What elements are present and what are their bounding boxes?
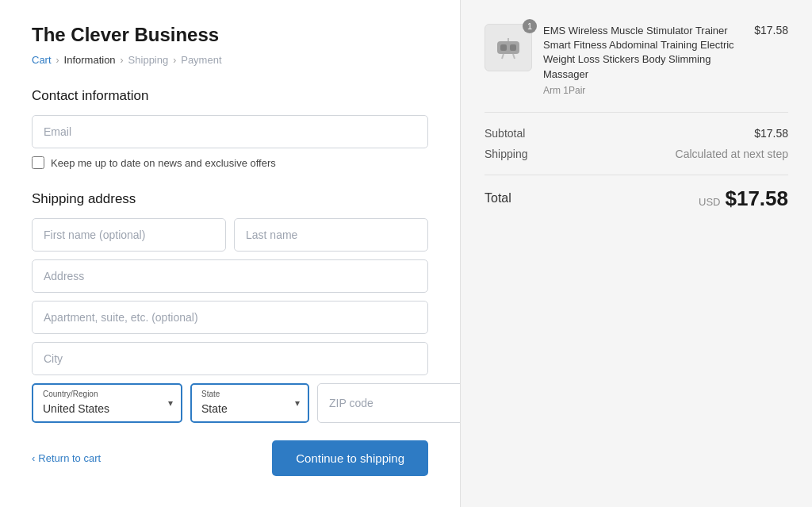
total-row: Total USD $17.58 <box>485 175 788 211</box>
store-title: The Clever Business <box>32 24 428 46</box>
newsletter-checkbox[interactable] <box>32 156 44 169</box>
subtotal-label: Subtotal <box>485 127 525 140</box>
breadcrumb-sep-3: › <box>173 55 176 66</box>
breadcrumb-sep-2: › <box>121 55 124 66</box>
state-zip-row: Country/Region United States ▾ State Sta… <box>32 383 428 423</box>
return-to-cart-link[interactable]: ‹ Return to cart <box>32 452 101 464</box>
order-item: 1 EMS Wireless Muscle Stimulator Trainer… <box>485 24 788 113</box>
email-field[interactable] <box>32 115 428 148</box>
state-select[interactable]: State <box>192 385 308 421</box>
contact-section-title: Contact information <box>32 88 428 104</box>
subtotal-row: Subtotal $17.58 <box>485 127 788 140</box>
checkout-left-panel: The Clever Business Cart › Information ›… <box>0 0 460 507</box>
subtotal-value: $17.58 <box>754 127 788 140</box>
state-select-wrapper: State State ▾ <box>190 383 309 423</box>
product-image-wrapper: 1 <box>485 24 532 71</box>
address-field[interactable] <box>32 259 428 293</box>
shipping-row: Shipping Calculated at next step <box>485 148 788 160</box>
country-select-wrapper: Country/Region United States ▾ <box>32 383 182 423</box>
quantity-badge: 1 <box>523 19 537 33</box>
total-label: Total <box>485 191 511 205</box>
back-arrow-icon: ‹ <box>32 452 35 464</box>
svg-rect-2 <box>510 44 516 51</box>
last-name-field[interactable] <box>234 218 428 252</box>
breadcrumb: Cart › Information › Shipping › Payment <box>32 54 428 66</box>
product-name: EMS Wireless Muscle Stimulator Trainer S… <box>543 24 743 82</box>
form-footer: ‹ Return to cart Continue to shipping <box>32 440 428 476</box>
svg-line-4 <box>502 54 504 59</box>
product-variant: Arm 1Pair <box>543 85 743 96</box>
breadcrumb-payment: Payment <box>181 54 221 66</box>
breadcrumb-information: Information <box>64 54 116 66</box>
breadcrumb-cart[interactable]: Cart <box>32 54 52 66</box>
return-to-cart-label: Return to cart <box>38 452 101 464</box>
newsletter-label: Keep me up to date on news and exclusive… <box>51 157 276 169</box>
total-amount: $17.58 <box>725 186 788 211</box>
order-summary-panel: 1 EMS Wireless Muscle Stimulator Trainer… <box>460 0 812 507</box>
name-row <box>32 218 428 252</box>
zip-field[interactable] <box>317 383 460 423</box>
breadcrumb-shipping: Shipping <box>128 54 169 66</box>
shipping-label: Shipping <box>485 148 528 160</box>
svg-rect-1 <box>500 44 507 51</box>
first-name-field[interactable] <box>32 218 226 252</box>
shipping-value: Calculated at next step <box>676 148 788 160</box>
total-currency: USD <box>699 196 720 208</box>
product-info: EMS Wireless Muscle Stimulator Trainer S… <box>543 24 743 96</box>
breadcrumb-sep-1: › <box>56 55 59 66</box>
total-value-wrap: USD $17.58 <box>699 186 788 211</box>
product-price: $17.58 <box>754 24 788 36</box>
country-select[interactable]: United States <box>33 385 181 421</box>
svg-line-5 <box>513 54 515 59</box>
newsletter-row: Keep me up to date on news and exclusive… <box>32 156 428 169</box>
product-image-svg <box>491 30 526 65</box>
city-field[interactable] <box>32 342 428 375</box>
continue-to-shipping-button[interactable]: Continue to shipping <box>272 440 428 476</box>
shipping-section-title: Shipping address <box>32 191 428 207</box>
apartment-field[interactable] <box>32 301 428 334</box>
